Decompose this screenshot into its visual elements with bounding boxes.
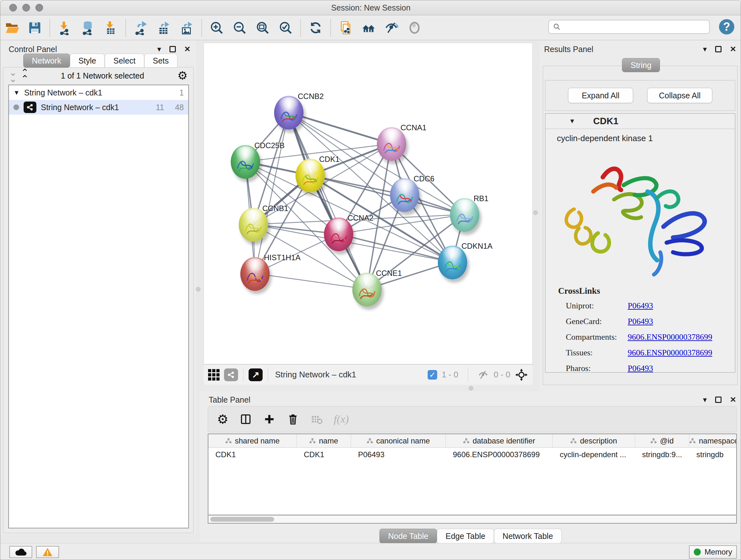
results-panel-menu-icon[interactable]: ▾ [703,45,707,54]
import-database-icon[interactable] [80,20,96,36]
network-view-toolbar: ↗ String Network – cdk1 ✓ 1 - 0 0 - 0 [204,364,533,385]
cell-database-identifier[interactable]: 9606.ENSP00000378699 [446,448,553,462]
network-options-gear-icon[interactable]: ⚙ [178,69,188,82]
clone-network-icon[interactable] [338,20,354,36]
network-node-rb1[interactable]: RB1 [450,198,479,232]
zoom-out-icon[interactable] [232,20,248,36]
memory-button[interactable]: Memory [689,545,737,559]
network-node-ccne1[interactable]: CCNE1 [352,273,382,307]
expand-all-button[interactable]: Expand All [568,88,633,103]
import-network-icon[interactable] [57,20,73,36]
network-node-cdkn1a[interactable]: CDKN1A [438,246,467,279]
network-node-cdc25b[interactable]: CDC25B [231,145,260,179]
function-builder-icon[interactable]: f(x) [334,413,349,425]
string-style-icon[interactable] [224,368,238,381]
crosslink-pharos-link[interactable]: P06493 [628,364,653,373]
network-row[interactable]: String Network – cdk1 11 48 [9,100,188,115]
tab-select[interactable]: Select [105,54,144,68]
collection-expander-icon[interactable]: ▼ [13,89,20,97]
cdk1-expander-icon[interactable]: ▼ [569,118,576,125]
table-panel-float-icon[interactable] [715,396,722,403]
tab-edge-table[interactable]: Edge Table [437,529,494,543]
column-header[interactable]: description [553,434,635,448]
first-neighbors-icon[interactable] [360,20,377,36]
column-header[interactable]: canonical name [351,434,446,448]
control-panel-close-icon[interactable]: ✕ [184,45,191,54]
show-columns-icon[interactable] [239,413,252,426]
network-node-hist1h1a[interactable]: HIST1H1A [240,257,270,291]
table-panel-menu-icon[interactable]: ▾ [703,395,707,404]
cloud-button[interactable] [9,546,32,558]
cell-description[interactable]: cyclin-dependent ... [553,448,635,462]
crosslink-genecard-link[interactable]: P06493 [628,317,653,326]
control-panel-float-icon[interactable] [170,46,176,52]
control-panel-menu-icon[interactable]: ▾ [157,45,161,54]
expand-all-networks-icon[interactable]: ⌃⌃ [21,69,27,82]
network-node-ccna1[interactable]: CCNA1 [377,127,406,161]
tab-network-table[interactable]: Network Table [494,529,562,543]
column-header[interactable]: @id [635,434,689,448]
crosslink-compartments-link[interactable]: 9606.ENSP00000378699 [628,332,712,342]
cell-namespace[interactable]: stringdb [689,448,736,462]
tab-style[interactable]: Style [70,54,105,68]
horizontal-splitter-handle[interactable] [469,386,473,390]
save-session-icon[interactable] [27,20,43,36]
network-collection-row[interactable]: ▼ String Network – cdk1 1 [9,85,188,100]
results-panel-close-icon[interactable]: ✕ [730,45,736,54]
network-node-ccnb1[interactable]: CCNB1 [239,208,268,242]
vertical-splitter-handle[interactable] [533,210,538,215]
network-node-cdk1[interactable]: CDK1 [295,159,325,192]
network-node-ccnb2[interactable]: CCNB2 [274,96,304,130]
cell-id[interactable]: stringdb:9... [635,448,689,462]
hide-selected-icon[interactable] [384,20,400,36]
export-network-icon[interactable] [133,20,149,36]
network-canvas[interactable]: CCNB2CCNA1CDC25BCDK1CDC6RB1CCNB1CCNA2CDK… [204,43,533,364]
collapse-all-networks-icon[interactable]: ⌄⌄ [9,69,16,82]
import-table-icon[interactable] [103,20,119,36]
table-panel-close-icon[interactable]: ✕ [730,395,736,404]
cell-canonical-name[interactable]: P06493 [351,448,446,462]
network-node-ccna2[interactable]: CCNA2 [324,217,353,251]
birds-eye-view-icon[interactable]: ↗ [249,368,263,381]
column-header[interactable]: database identifier [446,434,553,448]
table-options-gear-icon[interactable]: ⚙ [217,412,228,427]
collapse-all-button[interactable]: Collapse All [647,88,712,103]
protein-thumbnail [356,282,378,303]
export-table-icon[interactable] [156,20,172,36]
search-input[interactable] [563,22,709,31]
delete-table-icon[interactable] [310,413,323,426]
network-node-cdc6[interactable]: CDC6 [390,178,419,212]
delete-column-icon[interactable] [286,413,299,426]
cell-name[interactable]: CDK1 [297,448,351,462]
fit-selected-crosshair-icon[interactable] [515,368,528,381]
show-all-icon[interactable] [407,20,422,36]
crosslink-uniprot-link[interactable]: P06493 [628,301,653,311]
cell-shared-name[interactable]: CDK1 [208,448,297,462]
tab-sets[interactable]: Sets [144,54,178,68]
table-horizontal-scrollbar[interactable] [208,515,737,523]
crosslink-tissues-link[interactable]: 9606.ENSP00000378699 [628,348,712,358]
refresh-icon[interactable] [308,20,324,36]
export-image-icon[interactable] [179,20,195,36]
vertical-splitter-handle[interactable] [196,287,200,292]
tab-string[interactable]: String [622,58,660,72]
warnings-button[interactable] [36,546,59,558]
zoom-fit-icon[interactable] [255,20,271,36]
open-session-icon[interactable] [4,20,20,36]
column-header[interactable]: name [297,434,351,448]
add-column-icon[interactable] [263,413,276,426]
table-row[interactable]: CDK1 CDK1 P06493 9606.ENSP00000378699 cy… [208,448,736,462]
column-header[interactable]: namespace [689,434,737,448]
selected-checkbox-icon[interactable]: ✓ [428,370,437,380]
tab-node-table[interactable]: Node Table [380,529,437,543]
help-icon[interactable]: ? [719,19,734,35]
column-header[interactable]: shared name [208,434,297,448]
tab-network[interactable]: Network [23,54,70,68]
zoom-in-icon[interactable] [209,20,225,36]
results-panel-float-icon[interactable] [715,46,722,52]
protein-thumbnail [300,168,321,189]
grid-view-icon[interactable] [208,369,219,381]
zoom-selected-icon[interactable] [278,20,293,36]
scrollbar-thumb[interactable] [210,517,274,522]
search-box[interactable] [548,20,710,34]
